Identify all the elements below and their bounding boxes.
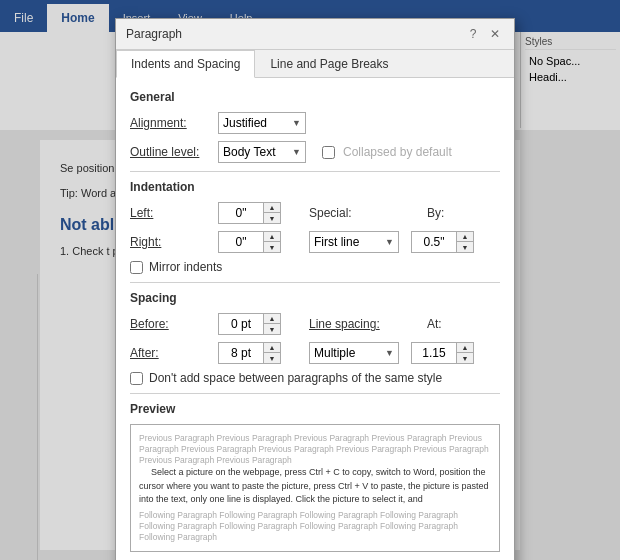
section-preview: Preview [130, 402, 500, 416]
left-indent-label: Left: [130, 206, 210, 220]
right-indent-input[interactable] [219, 232, 263, 252]
alignment-value: Justified [223, 116, 267, 130]
alignment-row: Alignment: Justified ▼ [130, 112, 500, 134]
line-spacing-label: Line spacing: [309, 317, 389, 331]
dialog-overlay: Paragraph ? ✕ Indents and Spacing Line a… [0, 0, 620, 560]
tab-line-page-breaks[interactable]: Line and Page Breaks [255, 50, 403, 78]
outline-label: Outline level: [130, 145, 210, 159]
tab-indents-spacing[interactable]: Indents and Spacing [116, 50, 255, 78]
at-input[interactable] [412, 343, 456, 363]
by-spinner[interactable]: ▲ ▼ [411, 231, 474, 253]
collapsed-label: Collapsed by default [343, 145, 452, 159]
right-indent-row: Right: ▲ ▼ First line ▼ ▲ ▼ [130, 231, 500, 253]
section-indentation: Indentation [130, 180, 500, 194]
left-indent-down[interactable]: ▼ [264, 213, 280, 223]
left-indent-arrows: ▲ ▼ [263, 203, 280, 223]
before-label: Before: [130, 317, 210, 331]
right-indent-arrows: ▲ ▼ [263, 232, 280, 252]
before-arrows: ▲ ▼ [263, 314, 280, 334]
left-indent-spinner[interactable]: ▲ ▼ [218, 202, 281, 224]
dialog-controls: ? ✕ [464, 25, 504, 43]
after-up[interactable]: ▲ [264, 343, 280, 353]
before-row: Before: ▲ ▼ Line spacing: At: [130, 313, 500, 335]
dialog-close-button[interactable]: ✕ [486, 25, 504, 43]
right-indent-up[interactable]: ▲ [264, 232, 280, 242]
preview-follow-text: Following Paragraph Following Paragraph … [139, 510, 491, 543]
at-label: At: [427, 317, 507, 331]
section-general: General [130, 90, 500, 104]
before-input[interactable] [219, 314, 263, 334]
at-down[interactable]: ▼ [457, 353, 473, 363]
collapsed-checkbox[interactable] [322, 146, 335, 159]
preview-prev-text: Previous Paragraph Previous Paragraph Pr… [139, 433, 491, 466]
divider-3 [130, 393, 500, 394]
dialog-help-button[interactable]: ? [464, 25, 482, 43]
divider-1 [130, 171, 500, 172]
alignment-arrow-icon: ▼ [292, 118, 301, 128]
by-arrows: ▲ ▼ [456, 232, 473, 252]
special-arrow-icon: ▼ [385, 237, 394, 247]
outline-row: Outline level: Body Text ▼ Collapsed by … [130, 141, 500, 163]
outline-arrow-icon: ▼ [292, 147, 301, 157]
divider-2 [130, 282, 500, 283]
by-label: By: [427, 206, 507, 220]
dialog-titlebar: Paragraph ? ✕ [116, 19, 514, 50]
after-label: After: [130, 346, 210, 360]
donot-row: Don't add space between paragraphs of th… [130, 371, 500, 385]
left-indent-row: Left: ▲ ▼ Special: By: [130, 202, 500, 224]
dialog-body: General Alignment: Justified ▼ Outline l… [116, 78, 514, 560]
outline-select[interactable]: Body Text ▼ [218, 141, 306, 163]
mirror-checkbox[interactable] [130, 261, 143, 274]
after-spinner[interactable]: ▲ ▼ [218, 342, 281, 364]
right-indent-label: Right: [130, 235, 210, 249]
at-up[interactable]: ▲ [457, 343, 473, 353]
donot-checkbox[interactable] [130, 372, 143, 385]
dialog-tabs: Indents and Spacing Line and Page Breaks [116, 50, 514, 78]
special-value: First line [314, 235, 359, 249]
right-indent-spinner[interactable]: ▲ ▼ [218, 231, 281, 253]
outline-value: Body Text [223, 145, 275, 159]
right-indent-down[interactable]: ▼ [264, 242, 280, 252]
at-arrows: ▲ ▼ [456, 343, 473, 363]
dialog-title: Paragraph [126, 27, 182, 41]
line-spacing-arrow-icon: ▼ [385, 348, 394, 358]
left-indent-up[interactable]: ▲ [264, 203, 280, 213]
after-row: After: ▲ ▼ Multiple ▼ ▲ ▼ [130, 342, 500, 364]
line-spacing-value: Multiple [314, 346, 355, 360]
by-down[interactable]: ▼ [457, 242, 473, 252]
by-input[interactable] [412, 232, 456, 252]
before-spinner[interactable]: ▲ ▼ [218, 313, 281, 335]
after-input[interactable] [219, 343, 263, 363]
before-down[interactable]: ▼ [264, 324, 280, 334]
alignment-select[interactable]: Justified ▼ [218, 112, 306, 134]
donot-label: Don't add space between paragraphs of th… [149, 371, 442, 385]
after-down[interactable]: ▼ [264, 353, 280, 363]
at-spinner[interactable]: ▲ ▼ [411, 342, 474, 364]
preview-main-text: Select a picture on the webpage, press C… [139, 466, 491, 507]
section-spacing: Spacing [130, 291, 500, 305]
mirror-label: Mirror indents [149, 260, 222, 274]
by-up[interactable]: ▲ [457, 232, 473, 242]
before-up[interactable]: ▲ [264, 314, 280, 324]
left-indent-input[interactable] [219, 203, 263, 223]
line-spacing-select[interactable]: Multiple ▼ [309, 342, 399, 364]
special-label: Special: [309, 206, 389, 220]
after-arrows: ▲ ▼ [263, 343, 280, 363]
paragraph-dialog: Paragraph ? ✕ Indents and Spacing Line a… [115, 18, 515, 560]
special-select[interactable]: First line ▼ [309, 231, 399, 253]
alignment-label: Alignment: [130, 116, 210, 130]
mirror-row: Mirror indents [130, 260, 500, 274]
preview-box: Previous Paragraph Previous Paragraph Pr… [130, 424, 500, 552]
